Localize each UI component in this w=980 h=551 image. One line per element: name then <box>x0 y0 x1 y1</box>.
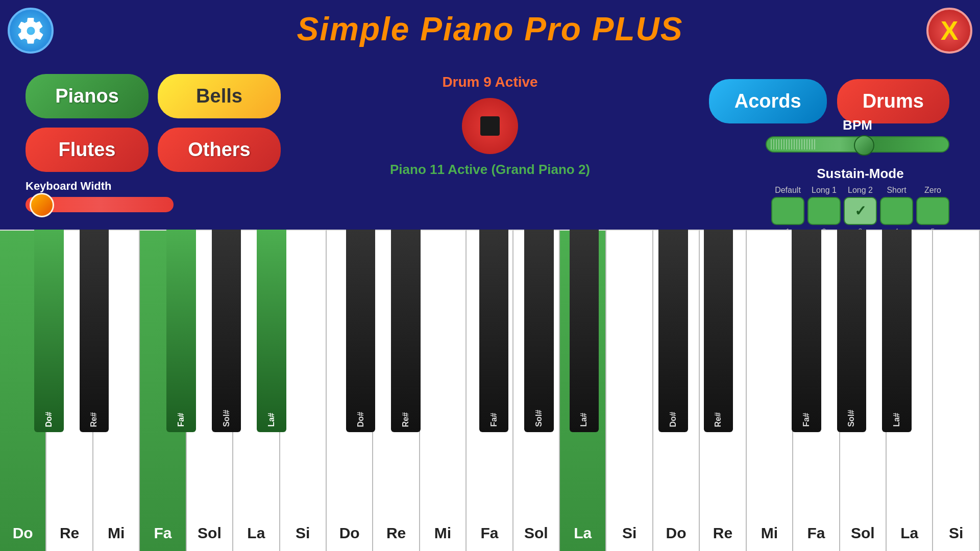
black-key-Sol#-8[interactable]: Sol# <box>524 230 554 432</box>
sustain-section: Sustain-Mode Default 1 Long 1 2 Long 2 ✓… <box>771 166 949 235</box>
black-key-label: Re# <box>89 412 99 427</box>
black-key-label: Do# <box>44 412 54 427</box>
white-key-label: La <box>247 524 265 542</box>
app-header: Simple Piano Pro PLUS <box>0 0 980 53</box>
bpm-line <box>794 139 795 149</box>
black-key-La#-9[interactable]: La# <box>570 230 599 432</box>
bpm-line <box>771 139 772 149</box>
right-top-buttons: Acords Drums <box>709 79 949 123</box>
black-key-Re#-1[interactable]: Re# <box>80 230 109 432</box>
sustain-option-label: Short <box>887 186 906 195</box>
black-key-label: Re# <box>401 412 410 427</box>
bpm-line <box>796 139 797 149</box>
sustain-zero-button[interactable] <box>916 197 949 225</box>
sustain-long1-button[interactable] <box>807 197 841 225</box>
black-key-La#-14[interactable]: La# <box>882 230 912 432</box>
black-key-Fa#-12[interactable]: Fa# <box>792 230 821 432</box>
white-key-label: Si <box>949 524 963 542</box>
flutes-button[interactable]: Flutes <box>26 128 149 172</box>
white-key-label: Sol <box>198 524 222 542</box>
black-key-label: Sol# <box>534 410 544 427</box>
keyboard-width-section: Keyboard Width <box>26 180 174 212</box>
bpm-line <box>814 139 815 149</box>
sustain-option-zero: Zero 5 <box>916 186 949 235</box>
white-key-label: Re <box>60 524 79 542</box>
bpm-line <box>789 139 790 149</box>
white-key-label: Re <box>386 524 406 542</box>
sustain-options: Default 1 Long 1 2 Long 2 ✓ 3 Short 4 Ze… <box>771 186 949 235</box>
white-key-Si-13[interactable]: Si <box>606 230 653 551</box>
black-key-Sol#-13[interactable]: Sol# <box>837 230 867 432</box>
white-key-Si-6[interactable]: Si <box>280 230 327 551</box>
keyboard-width-handle[interactable] <box>30 193 54 217</box>
white-key-label: La <box>574 524 592 542</box>
bpm-line <box>781 139 782 149</box>
white-key-label: Sol <box>851 524 875 542</box>
drums-button[interactable]: Drums <box>837 79 949 123</box>
bpm-line <box>804 139 805 149</box>
piano-keyboard: DoReMiFaSolLaSiDoReMiFaSolLaSiDoReMiFaSo… <box>0 230 980 551</box>
black-key-label: La# <box>579 413 589 427</box>
black-key-Fa#-7[interactable]: Fa# <box>479 230 509 432</box>
black-key-label: Fa# <box>802 413 811 427</box>
sustain-option-default: Default 1 <box>771 186 804 235</box>
piano-active-text: Piano 11 Active (Grand Piano 2) <box>390 162 590 178</box>
keyboard-width-slider[interactable] <box>26 197 174 212</box>
sustain-short-button[interactable] <box>880 197 913 225</box>
others-button[interactable]: Others <box>158 128 281 172</box>
black-key-label: Do# <box>356 412 365 427</box>
black-key-label: Sol# <box>222 410 231 427</box>
keyboard-width-label: Keyboard Width <box>26 180 111 193</box>
sustain-option-label: Zero <box>924 186 941 195</box>
sustain-option-long1: Long 1 2 <box>807 186 841 235</box>
settings-button[interactable] <box>8 8 54 54</box>
white-key-Mi-9[interactable]: Mi <box>420 230 467 551</box>
stop-icon <box>480 116 500 136</box>
black-key-Do#-10[interactable]: Do# <box>658 230 688 432</box>
white-key-label: Do <box>339 524 360 542</box>
bpm-handle[interactable] <box>854 135 874 156</box>
piano-container: DoReMiFaSolLaSiDoReMiFaSolLaSiDoReMiFaSo… <box>0 230 980 551</box>
white-key-Si-20[interactable]: Si <box>933 230 979 551</box>
gear-icon <box>17 17 45 45</box>
black-key-Sol#-3[interactable]: Sol# <box>212 230 241 432</box>
sustain-long2-button[interactable]: ✓ <box>844 197 877 225</box>
acords-button[interactable]: Acords <box>709 79 827 123</box>
close-icon: X <box>941 15 959 46</box>
black-key-label: Re# <box>714 412 723 427</box>
center-controls: Drum 9 Active Piano 11 Active (Grand Pia… <box>390 74 590 178</box>
white-key-label: Mi <box>108 524 125 542</box>
drum-active-text: Drum 9 Active <box>442 74 537 90</box>
instrument-buttons: Pianos Bells Flutes Others <box>26 74 281 172</box>
bpm-line <box>809 139 810 149</box>
stop-button[interactable] <box>462 98 518 154</box>
bpm-line <box>776 139 777 149</box>
sustain-option-short: Short 4 <box>880 186 913 235</box>
white-key-label: Fa <box>807 524 825 542</box>
black-key-Re#-6[interactable]: Re# <box>391 230 421 432</box>
white-key-label: Fa <box>154 524 172 542</box>
white-key-label: La <box>900 524 918 542</box>
black-key-Re#-11[interactable]: Re# <box>704 230 733 432</box>
app-title: Simple Piano Pro PLUS <box>297 11 683 47</box>
black-key-Do#-5[interactable]: Do# <box>346 230 376 432</box>
sustain-option-label: Long 1 <box>812 186 837 195</box>
pianos-button[interactable]: Pianos <box>26 74 149 118</box>
black-key-La#-4[interactable]: La# <box>257 230 286 432</box>
bpm-line <box>801 139 802 149</box>
sustain-default-button[interactable] <box>771 197 804 225</box>
black-key-Fa#-2[interactable]: Fa# <box>166 230 196 432</box>
bpm-line <box>812 139 813 149</box>
white-key-label: Mi <box>761 524 778 542</box>
bpm-label: BPM <box>843 117 872 133</box>
sustain-option-long2: Long 2 ✓ 3 <box>844 186 877 235</box>
sustain-label: Sustain-Mode <box>771 166 949 182</box>
white-key-label: Si <box>622 524 636 542</box>
close-button[interactable]: X <box>926 8 972 54</box>
bells-button[interactable]: Bells <box>158 74 281 118</box>
black-key-label: Sol# <box>847 410 856 427</box>
black-key-Do#-0[interactable]: Do# <box>34 230 64 432</box>
sustain-option-label: Long 2 <box>848 186 873 195</box>
white-key-Mi-16[interactable]: Mi <box>747 230 793 551</box>
bpm-slider[interactable] <box>766 136 949 153</box>
